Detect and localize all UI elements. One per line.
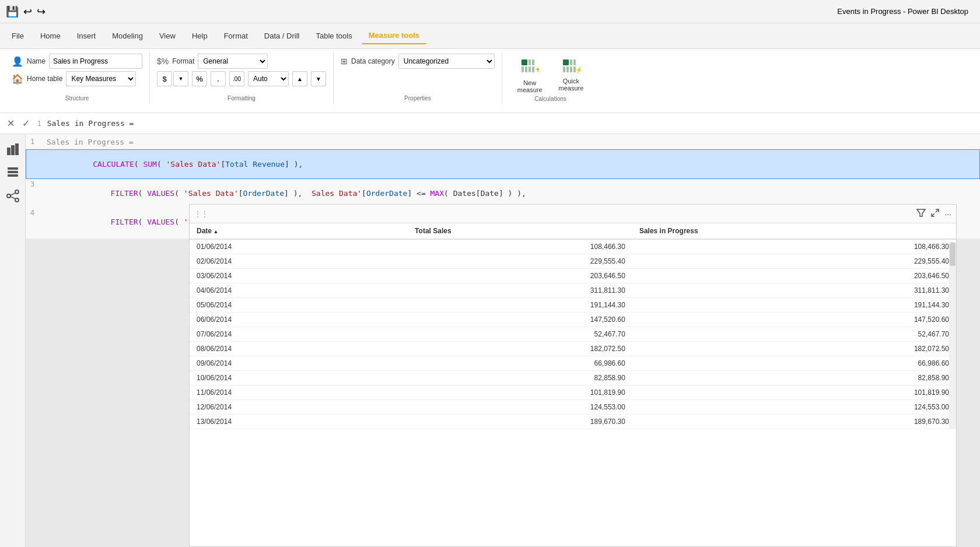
menu-help[interactable]: Help [185,28,215,44]
svg-rect-18 [15,143,19,155]
svg-rect-13 [570,66,572,72]
sidebar-icon-model[interactable] [4,187,22,205]
cell-total-sales: 108,466.30 [408,239,632,254]
cell-date: 12/06/2014 [190,400,408,415]
window-title: Events in Progress - Power BI Desktop [837,7,968,16]
menu-format[interactable]: Format [217,28,255,44]
format-row: $% Format General Whole number Decimal n… [157,54,268,69]
table-row: 01/06/2014108,466.30108,466.30 [190,239,956,254]
cell-total-sales: 311,811.30 [408,283,632,298]
panel-toolbar: ⋮⋮ ··· [190,205,956,223]
code-line-3: 3 FILTER( VALUES( 'Sales Data'[OrderDate… [26,179,980,208]
formatting-label: Formatting [228,95,256,104]
menu-modeling[interactable]: Modeling [105,28,150,44]
expand-icon[interactable] [930,208,940,219]
code-line-2: CALCULATE( SUM( 'Sales Data'[Total Reven… [26,149,980,179]
formula-confirm-button[interactable]: ✓ [20,118,32,129]
ribbon-content: 👤 Name 🏠 Home table Key Measures Structu… [5,51,975,104]
cell-sales-in-progress: 147,520.60 [632,313,956,327]
table-scroll-area[interactable]: Date Total Sales Sales in Progress 01/06… [190,223,956,429]
increase-decimal-btn[interactable]: ▲ [292,71,307,86]
svg-point-24 [15,198,19,202]
name-row: 👤 Name [12,54,142,69]
filter-icon[interactable] [916,208,926,219]
cell-total-sales: 66,986.60 [408,356,632,371]
scroll-track[interactable] [949,242,956,429]
menu-measure-tools[interactable]: Measure tools [362,27,426,44]
panel-drag-handle[interactable]: ⋮⋮ [194,210,208,218]
table-body: 01/06/2014108,466.30108,466.3002/06/2014… [190,239,956,429]
more-options-icon[interactable]: ··· [944,209,951,219]
table-row: 10/06/201482,858.9082,858.90 [190,371,956,385]
data-table: Date Total Sales Sales in Progress 01/06… [190,223,956,429]
scroll-thumb[interactable] [950,243,956,266]
col-date[interactable]: Date [190,223,408,239]
table-header: Date Total Sales Sales in Progress [190,223,956,239]
svg-marker-27 [917,209,925,216]
decrease-decimal-btn[interactable]: ▼ [311,71,326,86]
svg-point-22 [7,194,10,198]
menu-data-drill[interactable]: Data / Drill [257,28,307,44]
cell-sales-in-progress: 229,555.40 [632,254,956,269]
decimal-button[interactable]: .00 [229,71,244,86]
svg-rect-3 [522,66,524,72]
redo-icon[interactable]: ↪ [37,5,46,18]
calc-buttons: + Newmeasure [512,54,590,96]
panel-toolbar-icons: ··· [916,208,951,219]
new-measure-label: Newmeasure [517,79,542,93]
cell-date: 07/06/2014 [190,327,408,342]
svg-line-26 [10,197,15,199]
menu-file[interactable]: File [5,28,31,44]
col-sales-in-progress[interactable]: Sales in Progress [632,223,956,239]
properties-label: Properties [404,95,431,104]
save-icon[interactable]: 💾 [6,5,19,18]
svg-rect-19 [8,167,18,170]
col-total-sales[interactable]: Total Sales [408,223,632,239]
menu-table-tools[interactable]: Table tools [309,28,359,44]
main-layout: 1 Sales in Progress = CALCULATE( SUM( 'S… [0,134,980,547]
data-category-select[interactable]: Uncategorized Web URL Image URL Barcode [398,54,495,69]
dollar-button[interactable]: $ [157,71,172,86]
menu-insert[interactable]: Insert [70,28,103,44]
content-area: 1 Sales in Progress = CALCULATE( SUM( 'S… [26,134,980,547]
cell-total-sales: 229,555.40 [408,254,632,269]
left-sidebar [0,134,26,547]
title-bar: 💾 ↩ ↪ Events in Progress - Power BI Desk… [0,0,980,23]
table-row: 06/06/2014147,520.60147,520.60 [190,313,956,327]
calculations-label: Calculations [534,96,566,104]
decimal-places-select[interactable]: Auto 0 1 2 [248,71,289,86]
data-category-row: ⊞ Data category Uncategorized Web URL Im… [341,54,495,69]
svg-text:+: + [536,65,539,74]
cell-sales-in-progress: 182,072.50 [632,342,956,356]
cell-total-sales: 124,553.00 [408,400,632,415]
home-table-select[interactable]: Key Measures [66,71,136,86]
sidebar-icon-report[interactable] [4,140,22,159]
format-select[interactable]: General Whole number Decimal number Curr… [198,54,268,69]
table-row: 08/06/2014182,072.50182,072.50 [190,342,956,356]
quick-measure-button[interactable]: ⚡ Quickmeasure [553,54,590,94]
cell-total-sales: 147,520.60 [408,313,632,327]
cell-total-sales: 82,858.90 [408,371,632,385]
formula-bar: ✕ ✓ 1 Sales in Progress = [0,113,980,134]
new-measure-button[interactable]: + Newmeasure [512,54,548,96]
formula-cancel-button[interactable]: ✕ [5,118,16,129]
menu-home[interactable]: Home [33,28,68,44]
menu-view[interactable]: View [152,28,183,44]
undo-icon[interactable]: ↩ [23,5,32,18]
quick-measure-label: Quickmeasure [559,78,584,92]
percent-button[interactable]: % [192,71,207,86]
ribbon: 👤 Name 🏠 Home table Key Measures Structu… [0,49,980,113]
dropdown-btn[interactable]: ▼ [173,71,188,86]
ribbon-properties-group: ⊞ Data category Uncategorized Web URL Im… [334,51,502,104]
table-row: 03/06/2014203,646.50203,646.50 [190,269,956,283]
formula-content[interactable]: Sales in Progress = [47,119,975,128]
svg-rect-6 [532,66,534,72]
table-icon: 🏠 [12,73,23,85]
cell-date: 02/06/2014 [190,254,408,269]
table-row: 12/06/2014124,553.00124,553.00 [190,400,956,415]
data-table-panel: ⋮⋮ ··· [189,204,957,547]
name-input[interactable] [49,54,142,69]
comma-button[interactable]: , [211,71,226,86]
sidebar-icon-data[interactable] [4,163,22,182]
data-category-label: Data category [351,57,395,65]
